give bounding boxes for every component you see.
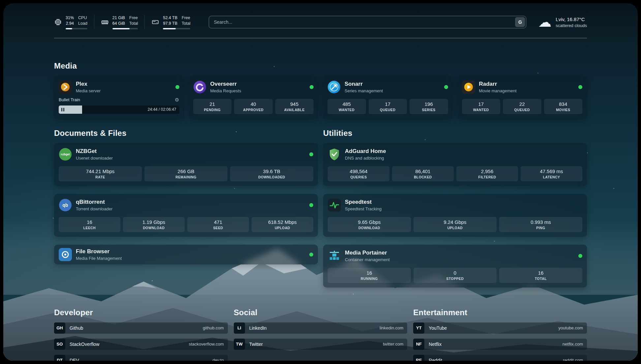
bookmark-url: netflix.com — [563, 342, 583, 347]
app-name: Media Portainer — [345, 250, 390, 256]
stat-leech: 16 LEECH — [59, 217, 120, 232]
weather-widget: ☁ Lviv, 16.87°C scattered clouds — [538, 15, 587, 29]
bookmark-abbr: RE — [413, 355, 424, 361]
app-subtitle: Torrent downloader — [76, 206, 112, 211]
bookmark-netflix[interactable]: NF Netflix netflix.com — [413, 339, 587, 350]
app-subtitle: Speedtest Tracking — [345, 206, 382, 211]
bookmark-stackoverflow[interactable]: SO StackOverflow stackoverflow.com — [54, 339, 228, 350]
app-card-filebrowser[interactable]: File Browser Media File Management — [54, 245, 318, 264]
bookmark-name: LinkedIn — [249, 325, 267, 331]
top-bar: 31% 2.94 CPU Load — [54, 15, 587, 29]
bookmark-twitter[interactable]: TW Twitter twitter.com — [234, 339, 408, 350]
bookmark-abbr: LI — [234, 322, 245, 334]
app-card-qbittorrent[interactable]: qb qBittorrent Torrent downloader — [54, 194, 318, 237]
app-name: Plex — [76, 81, 101, 87]
stat-running: 16 RUNNING — [328, 268, 411, 283]
bookmark-dev[interactable]: DT DEV dev.to — [54, 355, 228, 361]
app-card-nzbget[interactable]: nzbget NZBGet Usenet downloader 74 — [54, 143, 318, 186]
status-dot — [444, 85, 448, 89]
bookmark-name: Reddit — [429, 358, 442, 361]
svg-text:nzbget: nzbget — [61, 153, 70, 156]
app-name: Radarr — [479, 81, 517, 87]
search-input[interactable] — [209, 16, 526, 28]
app-card-portainer[interactable]: Media Portainer Container management 16 … — [323, 245, 587, 288]
app-subtitle: DNS and adblocking — [345, 156, 386, 161]
disk-total-value: 97.9 TB — [163, 21, 177, 26]
bookmark-url: stackoverflow.com — [189, 342, 224, 347]
pause-icon[interactable] — [61, 108, 64, 111]
filebrowser-icon — [59, 248, 72, 261]
app-card-overseerr[interactable]: Overseerr Media Requests 21 PENDING 40 A… — [189, 76, 319, 119]
app-name: Speedtest — [345, 199, 382, 205]
cpu-stat: 31% 2.94 CPU Load — [54, 15, 94, 29]
app-name: Sonarr — [345, 81, 383, 87]
adguard-shield-icon — [328, 148, 341, 161]
cloud-icon: ☁ — [538, 15, 551, 29]
bookmark-abbr: GH — [54, 322, 65, 334]
stat-blocked: 86,401 BLOCKED — [392, 166, 454, 181]
bookmark-name: Github — [70, 325, 83, 331]
search-engine-badge[interactable]: G — [515, 17, 525, 27]
bookmark-name: YouTube — [429, 325, 447, 331]
bookmark-abbr: DT — [54, 355, 65, 361]
app-subtitle: Usenet downloader — [76, 156, 113, 161]
app-card-adguard[interactable]: AdGuard Home DNS and adblocking 498,564 … — [323, 143, 587, 186]
ram-progress-bar — [112, 28, 138, 29]
search-bar: G — [209, 16, 526, 28]
ram-icon — [101, 18, 109, 26]
stat-queued: 22 QUEUED — [503, 99, 541, 114]
bookmark-name: Twitter — [249, 342, 263, 347]
bookmark-github[interactable]: GH Github github.com — [54, 322, 228, 334]
stat-movies: 834 MOVIES — [544, 99, 583, 114]
disk-free-value: 52.4 TB — [163, 15, 177, 21]
disk-free-label: Free — [182, 15, 190, 21]
media-section-title: Media — [54, 61, 587, 71]
app-name: File Browser — [76, 248, 122, 255]
ram-stat: 21 GiB 64 GiB Free Total — [94, 15, 145, 29]
cpu-load-label: Load — [78, 21, 87, 26]
bookmark-youtube[interactable]: YT YouTube youtube.com — [413, 322, 587, 334]
topbar-divider — [54, 38, 587, 38]
bookmark-url: reddit.com — [563, 358, 583, 361]
disk-total-label: Total — [182, 21, 190, 26]
app-card-sonarr[interactable]: Sonarr Series management 485 WANTED 17 Q… — [323, 76, 453, 119]
overseerr-icon — [193, 80, 206, 94]
status-dot — [578, 85, 582, 89]
disk-progress-fill — [163, 28, 175, 29]
playback-progress-bar[interactable]: 24:44 / 02:06:47 — [59, 106, 179, 114]
app-card-speedtest[interactable]: Speedtest Speedtest Tracking 9.65 Gbps D… — [323, 194, 587, 237]
app-subtitle: Movie management — [479, 88, 517, 93]
social-section-title: Social — [234, 308, 408, 317]
app-card-radarr[interactable]: Radarr Movie management 17 WANTED 22 QUE… — [457, 76, 587, 119]
app-name: NZBGet — [76, 148, 113, 155]
stat-wanted: 17 WANTED — [462, 99, 501, 114]
svg-text:qb: qb — [62, 202, 68, 208]
status-dot — [175, 85, 179, 89]
stat-queries: 498,564 QUERIES — [328, 166, 389, 181]
bookmark-url: twitter.com — [383, 342, 403, 347]
bookmark-url: dev.to — [212, 358, 224, 361]
disk-progress-bar — [163, 28, 190, 29]
gear-icon[interactable]: ⚙ — [175, 97, 179, 103]
app-subtitle: Series management — [345, 88, 383, 93]
stat-ping: 0.993 ms PING — [499, 217, 582, 232]
app-subtitle: Media Requests — [210, 88, 241, 93]
developer-section-title: Developer — [54, 308, 228, 317]
stat-pending: 21 PENDING — [193, 99, 232, 114]
bookmark-abbr: NF — [413, 339, 424, 350]
stat-total: 16 TOTAL — [499, 268, 582, 283]
stat-wanted: 485 WANTED — [327, 99, 366, 114]
cpu-label: CPU — [78, 15, 87, 21]
status-dot — [309, 203, 313, 207]
app-card-plex[interactable]: Plex Media server Bullet Train ⚙ 24:44 /… — [54, 76, 184, 119]
bookmark-linkedin[interactable]: LI LinkedIn linkedin.com — [234, 322, 408, 334]
documents-section-title: Documents & Files — [54, 129, 318, 138]
disk-stat: 52.4 TB 97.9 TB Free Total — [144, 15, 197, 29]
bookmark-reddit[interactable]: RE Reddit reddit.com — [413, 355, 587, 361]
bookmark-name: Netflix — [429, 342, 442, 347]
playback-time: 24:44 / 02:06:47 — [148, 107, 179, 112]
cpu-progress-fill — [66, 28, 72, 29]
bookmark-abbr: TW — [234, 339, 245, 350]
stat-downloaded: 39.6 TB DOWNLOADED — [230, 166, 313, 181]
stat-remaining: 266 GB REMAINING — [144, 166, 228, 181]
